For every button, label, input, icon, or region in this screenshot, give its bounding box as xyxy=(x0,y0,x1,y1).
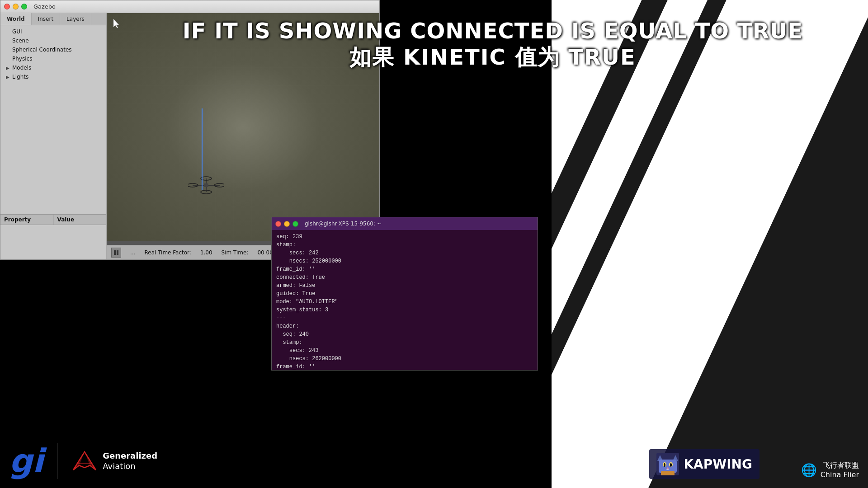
pause-icon xyxy=(113,249,119,256)
svg-rect-8 xyxy=(114,250,116,255)
caption-chinese: 如果 KINETIC 值为 TRUE xyxy=(127,44,859,70)
aviation-logo: Generalized Aviation xyxy=(71,450,157,472)
caption-overlay: IF IT IS SHOWING CONNECTED IS EQUAL TO T… xyxy=(118,14,868,75)
prop-col-property: Property xyxy=(0,215,54,225)
tree-item-scene[interactable]: Scene xyxy=(0,36,106,45)
tree-label-models: Models xyxy=(12,65,31,71)
close-button[interactable] xyxy=(4,4,10,9)
kapwing-cat-icon xyxy=(656,453,679,475)
term-line-nsecs2: nsecs: 262000000 xyxy=(276,355,533,363)
aviation-line2: Aviation xyxy=(103,461,157,471)
minimize-button[interactable] xyxy=(13,4,19,9)
term-line-sep1: --- xyxy=(276,314,533,322)
dots: ... xyxy=(130,249,135,256)
simtime-label: Sim Time: xyxy=(222,249,249,256)
tree-label-physics: Physics xyxy=(12,56,32,62)
term-minimize-button[interactable] xyxy=(284,221,290,227)
tree-item-physics[interactable]: Physics xyxy=(0,54,106,63)
tree-label-spherical: Spherical Coordinates xyxy=(12,47,72,53)
term-line-frame2: frame_id: '' xyxy=(276,363,533,370)
gazebo-titlebar: Gazebo xyxy=(0,0,379,13)
terminal-titlebar: glshr@glshr-XPS-15-9560: ~ xyxy=(272,217,538,230)
props-header: Property Value xyxy=(0,215,106,225)
svg-rect-23 xyxy=(661,471,675,475)
tree-label-lights: Lights xyxy=(12,74,28,80)
china-flier-text: 飞行者联盟 China Flier xyxy=(821,461,859,479)
china-flier-watermark: 🌐 飞行者联盟 China Flier xyxy=(801,461,859,479)
kapwing-watermark: KAPWING xyxy=(649,449,760,479)
rtf-value: 1.00 xyxy=(200,249,212,256)
term-maximize-button[interactable] xyxy=(292,221,298,227)
term-line-secs2: secs: 243 xyxy=(276,347,533,355)
drone-vertical-line xyxy=(202,108,203,190)
tree-item-spherical[interactable]: Spherical Coordinates xyxy=(0,45,106,54)
svg-point-20 xyxy=(664,463,665,467)
divider xyxy=(57,443,57,479)
china-flier-en: China Flier xyxy=(821,470,859,479)
sidebar: World Insert Layers GUI Scene Spherical … xyxy=(0,13,107,259)
prop-col-value: Value xyxy=(54,215,107,225)
tab-world[interactable]: World xyxy=(0,13,32,25)
term-line-guided1: guided: True xyxy=(276,290,533,298)
branding-area: gi Generalized Aviation xyxy=(9,443,157,479)
caption-english: IF IT IS SHOWING CONNECTED IS EQUAL TO T… xyxy=(127,18,859,44)
term-line-mode1: mode: "AUTO.LOITER" xyxy=(276,298,533,306)
aviation-text: Generalized Aviation xyxy=(103,450,157,472)
term-line-5: frame_id: '' xyxy=(276,265,533,273)
svg-point-21 xyxy=(670,463,672,467)
china-flier-globe: 🌐 xyxy=(801,463,817,478)
tree-label-gui: GUI xyxy=(12,28,22,35)
term-line-armed1: armed: False xyxy=(276,282,533,290)
drone-svg xyxy=(188,176,224,194)
tree-item-gui[interactable]: GUI xyxy=(0,27,106,36)
svg-rect-7 xyxy=(204,183,208,187)
term-line-status1: system_status: 3 xyxy=(276,306,533,314)
sidebar-tabs: World Insert Layers xyxy=(0,13,106,25)
tab-layers[interactable]: Layers xyxy=(60,13,91,25)
terminal-body[interactable]: seq: 239 stamp: secs: 242 nsecs: 2520000… xyxy=(272,230,538,370)
term-line-stamp2: stamp: xyxy=(276,338,533,347)
pause-button[interactable] xyxy=(111,248,121,258)
term-line-connected1: connected: True xyxy=(276,273,533,282)
tree-item-models[interactable]: ▶ Models xyxy=(0,63,106,72)
svg-point-22 xyxy=(667,468,669,469)
expand-icon: ▶ xyxy=(6,66,10,70)
term-close-button[interactable] xyxy=(275,221,281,227)
term-line-1: seq: 239 xyxy=(276,233,533,241)
expand-icon: ▶ xyxy=(6,75,10,80)
tab-insert[interactable]: Insert xyxy=(32,13,60,25)
aviation-line1: Generalized xyxy=(103,450,157,461)
term-line-header: header: xyxy=(276,322,533,330)
rtf-label: Real Time Factor: xyxy=(144,249,191,256)
sidebar-tree: GUI Scene Spherical Coordinates Physics … xyxy=(0,25,106,214)
maximize-button[interactable] xyxy=(21,4,27,9)
drone-model-container xyxy=(188,176,224,196)
china-flier-cn: 飞行者联盟 xyxy=(821,461,859,470)
term-line-seq2: seq: 240 xyxy=(276,330,533,338)
tree-label-scene: Scene xyxy=(12,38,29,44)
terminal-title: glshr@glshr-XPS-15-9560: ~ xyxy=(305,221,382,227)
term-line-2: stamp: xyxy=(276,241,533,249)
properties-panel: Property Value xyxy=(0,214,106,259)
tree-item-lights[interactable]: ▶ Lights xyxy=(0,72,106,81)
aviation-icon-svg xyxy=(71,450,98,472)
gi-logo: gi xyxy=(9,445,43,477)
term-line-3: secs: 242 xyxy=(276,249,533,257)
term-line-4: nsecs: 252000000 xyxy=(276,257,533,265)
svg-rect-9 xyxy=(117,250,118,255)
window-title: Gazebo xyxy=(33,3,56,10)
terminal-window: glshr@glshr-XPS-15-9560: ~ seq: 239 stam… xyxy=(271,217,538,371)
kapwing-text: KAPWING xyxy=(684,457,752,472)
